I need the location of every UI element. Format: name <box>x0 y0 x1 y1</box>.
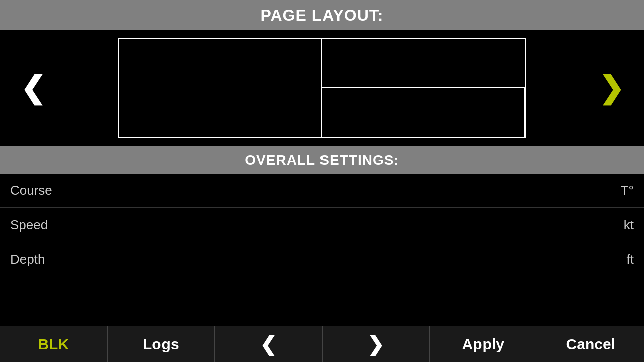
blk-label: BLK <box>38 336 69 353</box>
apply-label: Apply <box>462 336 504 353</box>
main-content: ❮ ❯ OVERALL SETTINGS: Course T° Speed kt… <box>0 30 644 356</box>
cancel-label: Cancel <box>566 336 615 353</box>
bottom-toolbar: BLK Logs ❮ ❯ Apply Cancel <box>0 326 644 362</box>
layout-cell-top-right <box>322 39 525 88</box>
logs-label: Logs <box>143 336 179 353</box>
logs-button[interactable]: Logs <box>108 326 215 362</box>
layout-next-arrow[interactable]: ❯ <box>599 73 624 103</box>
apply-button[interactable]: Apply <box>430 326 537 362</box>
prev-button[interactable]: ❮ <box>215 326 323 362</box>
cancel-button[interactable]: Cancel <box>537 326 645 362</box>
page-layout-header: PAGE LAYOUT: <box>0 0 644 30</box>
layout-cell-left <box>119 39 322 137</box>
depth-value: ft <box>627 252 634 267</box>
blk-button[interactable]: BLK <box>0 326 108 362</box>
overall-settings-title: OVERALL SETTINGS: <box>245 152 399 168</box>
next-arrow-icon: ❯ <box>367 333 384 356</box>
course-value: T° <box>621 183 634 198</box>
speed-row: Speed kt <box>0 208 644 242</box>
layout-grid-preview <box>118 38 526 138</box>
settings-list: Course T° Speed kt Depth ft <box>0 174 644 276</box>
layout-cell-bottom-right-1 <box>322 88 525 137</box>
depth-label: Depth <box>10 252 45 267</box>
prev-arrow-icon: ❮ <box>260 333 277 356</box>
course-label: Course <box>10 183 52 198</box>
next-button[interactable]: ❯ <box>323 326 430 362</box>
speed-value: kt <box>624 217 634 233</box>
course-row: Course T° <box>0 174 644 208</box>
layout-prev-arrow[interactable]: ❮ <box>20 73 45 103</box>
speed-label: Speed <box>10 217 48 233</box>
depth-row: Depth ft <box>0 242 644 276</box>
layout-preview-section: ❮ ❯ <box>0 30 644 146</box>
overall-settings-header: OVERALL SETTINGS: <box>0 146 644 174</box>
page-layout-title: PAGE LAYOUT: <box>261 6 384 25</box>
